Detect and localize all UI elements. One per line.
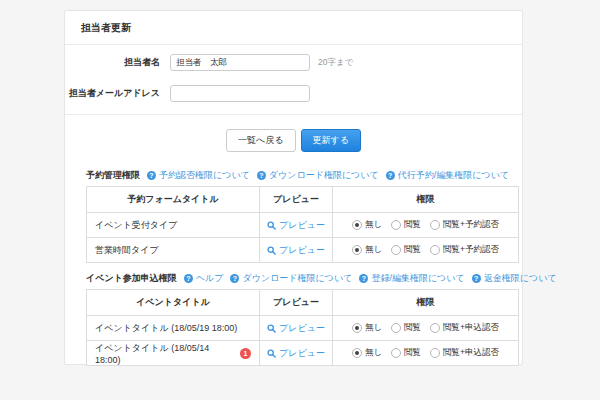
radio-checked-icon [352, 323, 362, 333]
help-link-refund[interactable]: ? 返金権限について [472, 272, 557, 285]
search-icon [267, 246, 276, 255]
column-header-preview: プレビュー [260, 187, 333, 213]
help-link-label: 返金権限について [484, 272, 557, 285]
search-icon [267, 349, 276, 358]
preview-link-label: プレビュー [279, 244, 325, 257]
column-header-preview: プレビュー [260, 290, 333, 316]
help-link-download[interactable]: ? ダウンロード権限について [230, 272, 352, 285]
back-to-list-button[interactable]: 一覧へ戻る [226, 129, 295, 152]
update-button[interactable]: 更新する [301, 129, 361, 152]
preview-link[interactable]: プレビュー [267, 347, 325, 360]
form-title-cell: 営業時間タイプ [87, 238, 260, 263]
radio-checked-icon [352, 348, 362, 358]
question-circle-icon: ? [147, 171, 156, 180]
help-link-label: ダウンロード権限について [242, 272, 352, 285]
radio-unchecked-icon [430, 348, 440, 358]
form-row-name: 担当者名 20字まで [65, 53, 522, 72]
radio-checked-icon [352, 220, 362, 230]
permission-radio-group: 無し 閲覧 閲覧+申込認否 [333, 347, 518, 359]
question-circle-icon: ? [386, 171, 395, 180]
form-row-email: 担当者メールアドレス [65, 84, 522, 103]
event-title-text: イベントタイトル (18/05/14 18:00) [95, 342, 236, 365]
email-field[interactable] [170, 85, 310, 102]
question-circle-icon: ? [184, 274, 193, 283]
question-circle-icon: ? [230, 274, 239, 283]
permissions-content: 予約管理権限 ? 予約認否権限について ? ダウンロード権限について ? 代行予… [65, 169, 522, 366]
permission-radio-none[interactable]: 無し [352, 347, 382, 359]
panel-header: 担当者更新 [65, 11, 522, 45]
event-title-cell: イベントタイトル (18/05/19 18:00) [87, 316, 260, 341]
radio-unchecked-icon [430, 323, 440, 333]
radio-unchecked-icon [430, 220, 440, 230]
permission-radio-view[interactable]: 閲覧 [391, 219, 421, 231]
help-link-approval[interactable]: ? 予約認否権限について [147, 169, 250, 182]
form-title-cell: イベント受付タイプ [87, 213, 260, 238]
permission-radio-view-approve[interactable]: 閲覧+申込認否 [430, 347, 499, 359]
help-link-proxy-edit[interactable]: ? 代行予約/編集権限について [386, 169, 509, 182]
event-title-text: イベントタイトル (18/05/19 18:00) [95, 322, 237, 335]
column-header-permission: 権限 [333, 187, 519, 213]
permission-radio-group: 無し 閲覧 閲覧+予約認否 [333, 219, 518, 231]
preview-link-label: プレビュー [279, 219, 325, 232]
search-icon [267, 324, 276, 333]
permission-radio-group: 無し 閲覧 閲覧+予約認否 [333, 244, 518, 256]
radio-label: 閲覧+予約認否 [443, 244, 499, 256]
help-link-label: ダウンロード権限について [269, 169, 379, 182]
table-row: イベントタイトル (18/05/19 18:00) プレビュー 無し 閲覧 [87, 316, 519, 341]
radio-unchecked-icon [430, 245, 440, 255]
help-link-label: 登録/編集権限について [371, 272, 464, 285]
radio-unchecked-icon [391, 220, 401, 230]
event-application-permission-header: イベント参加申込権限 ? ヘルプ ? ダウンロード権限について ? 登録/編集権… [86, 272, 522, 285]
question-circle-icon: ? [257, 171, 266, 180]
permission-radio-view[interactable]: 閲覧 [391, 347, 421, 359]
preview-link[interactable]: プレビュー [267, 244, 325, 257]
section-title: イベント参加申込権限 [86, 272, 177, 285]
table-header-row: 予約フォームタイトル プレビュー 権限 [87, 187, 519, 213]
radio-label: 閲覧 [404, 244, 421, 256]
permission-radio-view-approve[interactable]: 閲覧+予約認否 [430, 219, 499, 231]
preview-link-label: プレビュー [279, 322, 325, 335]
reservation-permission-table: 予約フォームタイトル プレビュー 権限 イベント受付タイプ プレビュー [86, 186, 519, 263]
table-header-row: イベントタイトル プレビュー 権限 [87, 290, 519, 316]
name-field[interactable] [170, 54, 310, 71]
update-staff-panel: 担当者更新 担当者名 20字まで 担当者メールアドレス 一覧へ戻る 更新する 予… [64, 10, 523, 365]
radio-label: 閲覧+申込認否 [443, 322, 499, 334]
permission-radio-none[interactable]: 無し [352, 219, 382, 231]
preview-link[interactable]: プレビュー [267, 219, 325, 232]
help-link-label: 予約認否権限について [159, 169, 250, 182]
preview-link[interactable]: プレビュー [267, 322, 325, 335]
column-header-permission: 権限 [333, 290, 519, 316]
form-actions: 一覧へ戻る 更新する [65, 115, 522, 153]
notification-count-badge: 1 [240, 348, 251, 359]
name-maxlength-hint: 20字まで [318, 57, 353, 69]
permission-radio-view[interactable]: 閲覧 [391, 244, 421, 256]
permission-radio-view[interactable]: 閲覧 [391, 322, 421, 334]
help-link-help[interactable]: ? ヘルプ [184, 272, 224, 285]
radio-unchecked-icon [391, 348, 401, 358]
radio-checked-icon [352, 245, 362, 255]
radio-label: 無し [365, 219, 382, 231]
help-link-register-edit[interactable]: ? 登録/編集権限について [359, 272, 464, 285]
radio-label: 無し [365, 322, 382, 334]
radio-label: 閲覧 [404, 219, 421, 231]
radio-label: 閲覧 [404, 322, 421, 334]
radio-label: 無し [365, 347, 382, 359]
help-link-download[interactable]: ? ダウンロード権限について [257, 169, 379, 182]
radio-label: 閲覧 [404, 347, 421, 359]
search-icon [267, 221, 276, 230]
permission-radio-none[interactable]: 無し [352, 244, 382, 256]
help-link-label: 代行予約/編集権限について [398, 169, 509, 182]
permission-radio-view-approve[interactable]: 閲覧+申込認否 [430, 322, 499, 334]
radio-label: 閲覧+申込認否 [443, 347, 499, 359]
radio-unchecked-icon [391, 323, 401, 333]
permission-radio-none[interactable]: 無し [352, 322, 382, 334]
page-title: 担当者更新 [81, 21, 131, 35]
column-header-form-title: 予約フォームタイトル [87, 187, 260, 213]
permission-radio-view-approve[interactable]: 閲覧+予約認否 [430, 244, 499, 256]
radio-unchecked-icon [391, 245, 401, 255]
question-circle-icon: ? [359, 274, 368, 283]
table-row: 営業時間タイプ プレビュー 無し 閲覧 閲覧+予約認否 [87, 238, 519, 263]
radio-label: 閲覧+予約認否 [443, 219, 499, 231]
help-link-label: ヘルプ [196, 272, 224, 285]
event-title-cell: イベントタイトル (18/05/14 18:00) 1 [87, 341, 260, 366]
